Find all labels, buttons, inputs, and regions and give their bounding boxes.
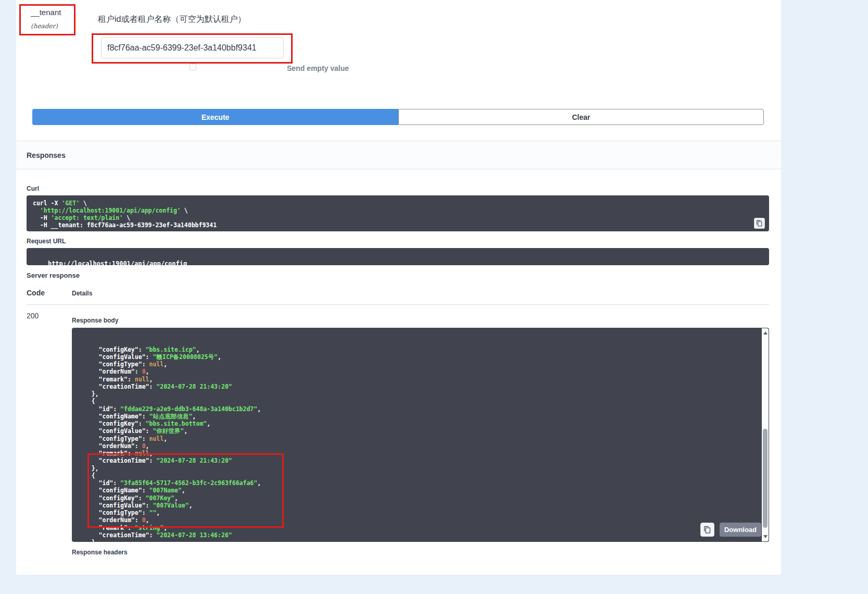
table-header-divider (27, 304, 769, 305)
tenant-input[interactable] (101, 37, 284, 58)
copy-response-button[interactable] (700, 523, 714, 537)
execute-button[interactable]: Execute (32, 109, 398, 125)
request-url-text: http://localhost:19001/api/app/config (48, 260, 187, 265)
response-status-code: 200 (27, 312, 39, 320)
scrollbar-thumb[interactable] (763, 429, 768, 528)
arrow-down-icon[interactable] (763, 535, 768, 538)
copy-curl-button[interactable] (754, 218, 765, 229)
code-column-header: Code (27, 289, 45, 297)
download-button[interactable]: Download (720, 523, 761, 537)
responses-section-header: Responses (16, 141, 781, 169)
scrollbar[interactable] (762, 328, 769, 541)
send-empty-checkbox[interactable] (190, 64, 196, 70)
response-headers-label: Response headers (72, 549, 128, 556)
clipboard-icon (756, 220, 763, 227)
arrow-up-icon[interactable] (763, 331, 768, 335)
responses-title: Responses (27, 151, 66, 159)
response-body-block: "configKey": "bbs.site.icp", "configValu… (72, 328, 769, 542)
swagger-ui-page: __tenant (header) 租户id或者租户名称（可空为默认租户） Se… (0, 0, 868, 594)
response-body-label: Response body (72, 317, 118, 324)
curl-command-block: curl -X 'GET' \ 'http://localhost:19001/… (27, 195, 769, 231)
param-description: 租户id或者租户名称（可空为默认租户） (98, 14, 246, 25)
server-response-label: Server response (27, 271, 80, 279)
clear-button[interactable]: Clear (398, 109, 764, 125)
request-url-block: http://localhost:19001/api/app/config (27, 248, 769, 265)
response-body-json: "configKey": "bbs.site.icp", "configValu… (77, 346, 764, 542)
send-empty-label: Send empty value (287, 64, 349, 72)
details-column-header: Details (72, 290, 92, 297)
request-url-label: Request URL (27, 238, 66, 245)
clipboard-icon (703, 526, 711, 534)
curl-label: Curl (27, 185, 39, 192)
